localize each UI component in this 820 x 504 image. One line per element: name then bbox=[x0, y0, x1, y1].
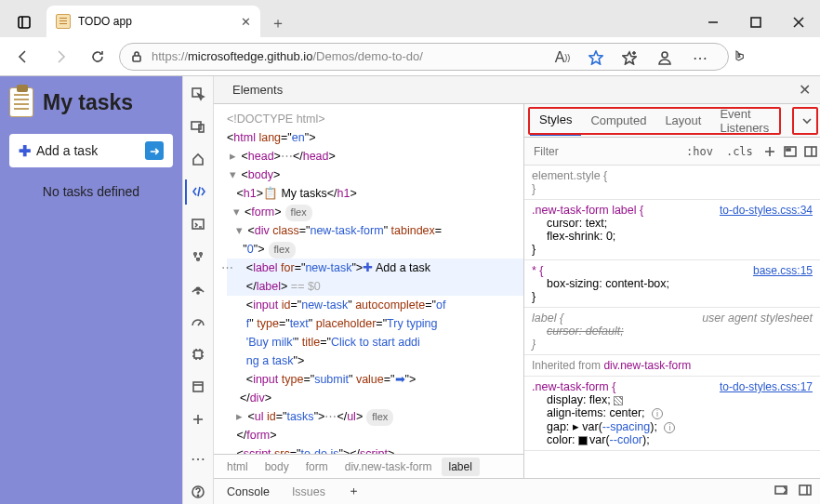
svg-point-17 bbox=[197, 292, 199, 294]
rule-new-task-form-label[interactable]: to-do-styles.css:34 .new-task-form label… bbox=[524, 200, 820, 260]
clipboard-icon bbox=[9, 87, 33, 117]
dom-tree[interactable]: <!DOCTYPE html> <html lang="en"> ▸<head>… bbox=[214, 104, 523, 454]
window-close-button[interactable] bbox=[777, 7, 820, 37]
drawer-tool-icon[interactable] bbox=[774, 483, 788, 500]
profile-button[interactable] bbox=[649, 43, 681, 73]
svg-rect-0 bbox=[19, 17, 30, 28]
crumb-html[interactable]: html bbox=[219, 458, 256, 476]
tree-h1[interactable]: <h1>📋 My tasks</h1> bbox=[227, 184, 523, 203]
hov-toggle[interactable]: :hov bbox=[682, 143, 717, 160]
help-icon[interactable] bbox=[185, 479, 211, 504]
info-icon[interactable]: i bbox=[652, 408, 663, 419]
sources-icon[interactable] bbox=[185, 245, 211, 270]
styles-filter-input[interactable] bbox=[530, 141, 677, 162]
tree-ul[interactable]: ▸<ul id="tasks">⋯</ul>flex bbox=[227, 407, 523, 426]
devtools-close-button[interactable]: ✕ bbox=[799, 81, 811, 99]
devtools-drawer: Console Issues ＋ bbox=[214, 478, 820, 504]
more-tools-icon[interactable] bbox=[185, 406, 211, 431]
tree-input-submit[interactable]: <input type="submit" value="➡"> bbox=[227, 370, 523, 389]
svg-rect-38 bbox=[805, 147, 816, 156]
favorite-button[interactable] bbox=[580, 43, 612, 73]
tree-script[interactable]: <script src="to-do.js"></script> bbox=[227, 444, 523, 454]
welcome-icon[interactable] bbox=[185, 147, 211, 172]
add-task-label: Add a task bbox=[36, 143, 98, 158]
window-minimize-button[interactable] bbox=[692, 7, 734, 37]
elements-icon[interactable] bbox=[185, 179, 211, 205]
breadcrumb[interactable]: html body form div.new-task-form label bbox=[214, 454, 523, 478]
uas-label: user agent stylesheet bbox=[702, 312, 813, 325]
inherited-from: Inherited from div.new-task-form bbox=[524, 355, 820, 377]
tree-form[interactable]: ▾<form>flex bbox=[227, 203, 523, 221]
devtools-activity-bar: ⋯ bbox=[182, 76, 214, 504]
source-link[interactable]: to-do-styles.css:34 bbox=[720, 204, 813, 217]
crumb-div[interactable]: div.new-task-form bbox=[337, 458, 440, 476]
console-icon[interactable] bbox=[185, 212, 211, 237]
rule-element-style[interactable]: element.style { } bbox=[524, 166, 820, 200]
svg-line-18 bbox=[198, 322, 201, 325]
highlight-box-more bbox=[792, 107, 818, 135]
svg-rect-41 bbox=[800, 485, 811, 495]
color-swatch-icon[interactable] bbox=[578, 436, 588, 445]
flex-editor-icon[interactable] bbox=[614, 396, 623, 405]
page-favicon-icon bbox=[56, 14, 71, 29]
source-link[interactable]: to-do-styles.css:17 bbox=[720, 380, 813, 393]
tree-head[interactable]: ▸<head>⋯</head> bbox=[227, 147, 523, 166]
add-task-card[interactable]: ✚ Add a task ➜ bbox=[9, 134, 173, 167]
submit-arrow-icon[interactable]: ➜ bbox=[145, 141, 164, 160]
svg-rect-37 bbox=[787, 149, 790, 151]
network-icon[interactable] bbox=[185, 277, 211, 302]
window-maximize-button[interactable] bbox=[734, 7, 777, 37]
tree-label-selected[interactable]: ⋯ <label for="new-task">✚ Add a task bbox=[227, 259, 523, 277]
app-title: My tasks bbox=[9, 87, 173, 117]
computed-sidebar-button[interactable] bbox=[783, 141, 798, 162]
tree-html[interactable]: <html lang="en"> bbox=[227, 128, 523, 147]
drawer-issues-tab[interactable]: Issues bbox=[286, 482, 331, 502]
memory-icon[interactable] bbox=[185, 341, 211, 366]
bing-chat-button[interactable] bbox=[723, 40, 757, 73]
site-info-icon[interactable] bbox=[129, 49, 144, 64]
crumb-label[interactable]: label bbox=[442, 458, 480, 476]
elements-tab[interactable]: Elements bbox=[223, 77, 292, 102]
crumb-form[interactable]: form bbox=[298, 458, 336, 476]
menu-button[interactable]: ⋯ bbox=[684, 43, 716, 73]
application-icon[interactable] bbox=[185, 374, 211, 399]
info-icon[interactable]: i bbox=[664, 422, 675, 433]
refresh-button[interactable] bbox=[82, 42, 113, 72]
source-link[interactable]: base.css:15 bbox=[753, 264, 813, 277]
drawer-dock-icon[interactable] bbox=[798, 483, 813, 500]
new-rule-button[interactable] bbox=[762, 141, 777, 162]
svg-point-9 bbox=[662, 52, 668, 58]
tree-div[interactable]: ▾<div class="new-task-form" tabindex= bbox=[227, 221, 523, 240]
svg-rect-3 bbox=[751, 18, 760, 27]
performance-icon[interactable] bbox=[185, 309, 211, 334]
svg-point-33 bbox=[197, 495, 198, 496]
reader-mode-button[interactable]: A)) bbox=[547, 43, 578, 73]
back-button[interactable] bbox=[7, 42, 39, 72]
tree-doctype[interactable]: <!DOCTYPE html> bbox=[227, 110, 523, 128]
todo-app-panel: My tasks ✚ Add a task ➜ No tasks defined bbox=[0, 76, 182, 504]
drawer-console-tab[interactable]: Console bbox=[221, 482, 275, 502]
svg-rect-6 bbox=[133, 56, 140, 61]
rule-universal[interactable]: base.css:15 * { box-sizing: content-box;… bbox=[524, 260, 820, 308]
styles-rules[interactable]: element.style { } to-do-styles.css:34 .n… bbox=[524, 166, 820, 478]
tab-close-button[interactable]: ✕ bbox=[241, 15, 251, 29]
ellipsis-icon[interactable]: ⋯ bbox=[221, 259, 234, 277]
tab-actions-button[interactable] bbox=[7, 7, 41, 37]
rule-label-uas[interactable]: user agent stylesheet label { cursor: de… bbox=[524, 308, 820, 355]
collections-button[interactable] bbox=[614, 43, 645, 73]
tree-input-text[interactable]: <input id="new-task" autocomplete="of bbox=[227, 296, 523, 314]
device-toolbar-icon[interactable] bbox=[185, 114, 211, 139]
browser-tab[interactable]: TODO app ✕ bbox=[46, 6, 260, 37]
svg-rect-13 bbox=[192, 219, 204, 229]
svg-rect-28 bbox=[193, 382, 203, 391]
cls-toggle[interactable]: .cls bbox=[722, 143, 757, 160]
more-icon[interactable]: ⋯ bbox=[185, 446, 211, 471]
rendering-button[interactable] bbox=[803, 141, 818, 162]
url-text: https://microsoftedge.github.io/Demos/de… bbox=[152, 49, 423, 63]
new-tab-button[interactable]: ＋ bbox=[264, 9, 292, 37]
drawer-add-tab[interactable]: ＋ bbox=[342, 480, 365, 503]
tree-body[interactable]: ▾<body> bbox=[227, 166, 523, 184]
crumb-body[interactable]: body bbox=[258, 458, 297, 476]
rule-new-task-form[interactable]: to-do-styles.css:17 .new-task-form { dis… bbox=[524, 377, 820, 451]
inspect-icon[interactable] bbox=[185, 82, 211, 107]
